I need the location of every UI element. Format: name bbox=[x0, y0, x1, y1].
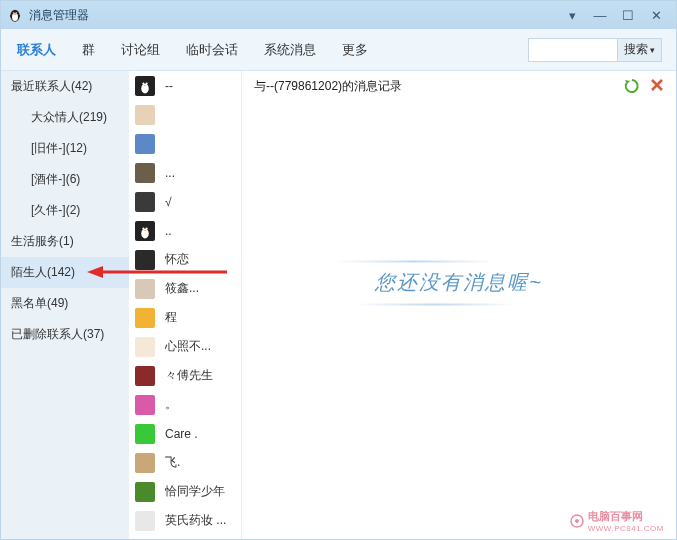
tab-5[interactable]: 更多 bbox=[340, 37, 370, 63]
svg-point-13 bbox=[146, 227, 148, 229]
tab-2[interactable]: 讨论组 bbox=[119, 37, 162, 63]
friend-row[interactable]: 英氏药妆 ... bbox=[129, 506, 241, 535]
toolbar: 联系人群讨论组临时会话系统消息更多 搜索 ▾ bbox=[1, 29, 676, 71]
watermark: 电脑百事网 WWW.PC841.COM bbox=[570, 509, 664, 533]
friend-name: 英氏药妆 ... bbox=[165, 512, 241, 529]
category-item[interactable]: [酒伴-](6) bbox=[1, 164, 129, 195]
avatar bbox=[135, 482, 155, 502]
friend-row[interactable]: ... bbox=[129, 158, 241, 187]
svg-point-7 bbox=[141, 83, 149, 93]
svg-point-11 bbox=[141, 228, 149, 238]
avatar bbox=[135, 279, 155, 299]
friend-row[interactable]: 々傅先生 bbox=[129, 361, 241, 390]
tab-0[interactable]: 联系人 bbox=[15, 37, 58, 63]
svg-point-8 bbox=[142, 82, 144, 84]
friend-name: 心照不... bbox=[165, 338, 241, 355]
friend-row[interactable]: √ bbox=[129, 187, 241, 216]
search-box: 搜索 ▾ bbox=[528, 38, 662, 62]
friend-row[interactable] bbox=[129, 129, 241, 158]
friend-name: .. bbox=[165, 224, 241, 238]
avatar bbox=[135, 221, 155, 241]
friend-name: 怀恋 bbox=[165, 251, 241, 268]
avatar bbox=[135, 366, 155, 386]
avatar bbox=[135, 337, 155, 357]
svg-point-4 bbox=[13, 13, 14, 14]
category-item[interactable]: 最近联系人(42) bbox=[1, 71, 129, 102]
friend-name: 程 bbox=[165, 309, 241, 326]
friend-row[interactable]: 心照不... bbox=[129, 332, 241, 361]
chevron-down-icon: ▾ bbox=[650, 45, 655, 55]
search-input[interactable] bbox=[529, 43, 617, 57]
category-item[interactable]: 已删除联系人(37) bbox=[1, 319, 129, 350]
maximize-button[interactable]: ☐ bbox=[614, 8, 642, 23]
friend-row[interactable]: 程 bbox=[129, 303, 241, 332]
avatar bbox=[135, 105, 155, 125]
delete-icon[interactable] bbox=[650, 78, 664, 92]
avatar bbox=[135, 76, 155, 96]
category-item[interactable]: 大众情人(219) bbox=[1, 102, 129, 133]
avatar bbox=[135, 134, 155, 154]
category-item[interactable]: 黑名单(49) bbox=[1, 288, 129, 319]
svg-point-9 bbox=[146, 82, 148, 84]
svg-point-16 bbox=[575, 519, 579, 523]
titlebar: 消息管理器 ▾ — ☐ ✕ bbox=[1, 1, 676, 29]
tab-4[interactable]: 系统消息 bbox=[262, 37, 318, 63]
empty-message: 您还没有消息喔~ bbox=[375, 268, 543, 295]
avatar bbox=[135, 453, 155, 473]
tab-3[interactable]: 临时会话 bbox=[184, 37, 240, 63]
tab-1[interactable]: 群 bbox=[80, 37, 97, 63]
app-icon bbox=[7, 7, 23, 23]
friend-name: 。 bbox=[165, 396, 241, 413]
chat-panel: 与--(779861202)的消息记录 您还没有消息喔~ bbox=[242, 71, 676, 539]
watermark-icon bbox=[570, 514, 584, 528]
friend-list: --...√..怀恋筱鑫...程心照不...々傅先生。Care .飞.恰同学少年… bbox=[129, 71, 242, 539]
friend-name: 筱鑫... bbox=[165, 280, 241, 297]
category-item[interactable]: [旧伴-](12) bbox=[1, 133, 129, 164]
avatar bbox=[135, 424, 155, 444]
avatar bbox=[135, 163, 155, 183]
avatar bbox=[135, 395, 155, 415]
dropdown-button[interactable]: ▾ bbox=[558, 8, 586, 23]
avatar bbox=[135, 250, 155, 270]
friend-row[interactable]: 飞. bbox=[129, 448, 241, 477]
friend-name: ... bbox=[165, 166, 241, 180]
search-button[interactable]: 搜索 ▾ bbox=[617, 39, 661, 61]
friend-name: 飞. bbox=[165, 454, 241, 471]
category-item[interactable]: 陌生人(142) bbox=[1, 257, 129, 288]
friend-row[interactable]: Care . bbox=[129, 419, 241, 448]
chat-header: 与--(779861202)的消息记录 bbox=[254, 78, 402, 95]
avatar bbox=[135, 192, 155, 212]
friend-row[interactable]: -- bbox=[129, 71, 241, 100]
avatar bbox=[135, 511, 155, 531]
category-sidebar: 最近联系人(42)大众情人(219)[旧伴-](12)[酒伴-](6)[久伴-]… bbox=[1, 71, 129, 539]
friend-name: -- bbox=[165, 79, 241, 93]
search-button-label: 搜索 bbox=[624, 41, 648, 58]
refresh-icon[interactable] bbox=[624, 78, 640, 94]
friend-row[interactable]: 筱鑫... bbox=[129, 274, 241, 303]
friend-name: Care . bbox=[165, 427, 241, 441]
friend-row[interactable]: .. bbox=[129, 216, 241, 245]
friend-name: 々傅先生 bbox=[165, 367, 241, 384]
friend-name: 恰同学少年 bbox=[165, 483, 241, 500]
avatar bbox=[135, 308, 155, 328]
close-button[interactable]: ✕ bbox=[642, 8, 670, 23]
window-title: 消息管理器 bbox=[29, 7, 89, 24]
svg-point-5 bbox=[16, 13, 17, 14]
svg-point-12 bbox=[142, 227, 144, 229]
category-item[interactable]: [久伴-](2) bbox=[1, 195, 129, 226]
category-item[interactable]: 生活服务(1) bbox=[1, 226, 129, 257]
friend-row[interactable] bbox=[129, 100, 241, 129]
friend-row[interactable]: 怀恋 bbox=[129, 245, 241, 274]
friend-row[interactable]: 。 bbox=[129, 390, 241, 419]
minimize-button[interactable]: — bbox=[586, 8, 614, 23]
friend-name: √ bbox=[165, 195, 241, 209]
friend-row[interactable]: 恰同学少年 bbox=[129, 477, 241, 506]
